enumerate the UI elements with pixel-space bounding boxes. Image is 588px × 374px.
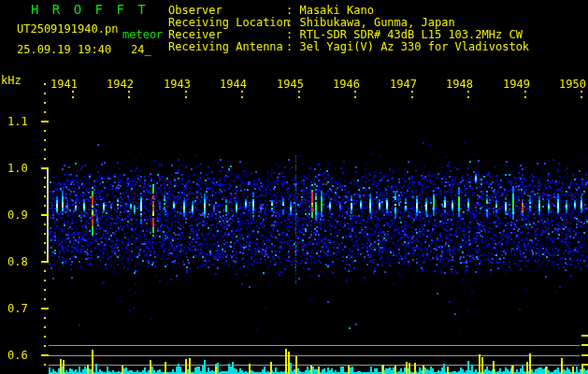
freq-tick-label: 1.0 [7, 163, 28, 175]
freq-minor-tick [44, 186, 46, 188]
freq-major-tick [41, 354, 49, 356]
freq-major-tick [41, 167, 49, 169]
hrofft-screen: H R O F F T UT2509191940.pn meteor 25.09… [0, 0, 588, 374]
datetime-label: 25.09.19 19:40 [17, 44, 111, 56]
freq-minor-tick [44, 233, 46, 235]
time-tick-mark [185, 91, 187, 93]
time-tick-mark [241, 96, 243, 98]
time-tick-mark [128, 91, 130, 93]
time-tick-mark [241, 91, 243, 93]
time-tick-mark [72, 91, 74, 93]
freq-minor-tick [44, 149, 46, 151]
time-tick-label: 1943 [164, 79, 191, 91]
freq-minor-tick [44, 102, 46, 104]
freq-major-tick [41, 261, 49, 263]
time-tick-label: 1950 [559, 79, 586, 91]
freq-tick-label: 1.1 [7, 116, 28, 128]
freq-minor-tick [44, 289, 46, 291]
time-tick-mark [185, 96, 187, 98]
freq-minor-tick [44, 158, 46, 160]
freq-minor-tick [44, 280, 46, 281]
time-tick-mark [298, 96, 300, 98]
time-tick-label: 1947 [390, 79, 417, 91]
freq-major-tick [41, 214, 49, 216]
freq-minor-tick [44, 130, 46, 132]
freq-minor-tick [44, 83, 46, 85]
time-tick-mark [581, 96, 582, 98]
freq-minor-tick [44, 326, 46, 328]
freq-minor-tick [44, 336, 46, 338]
freq-minor-tick [44, 345, 46, 347]
spectrogram-canvas [0, 0, 588, 374]
freq-minor-tick [44, 252, 46, 253]
time-tick-label: 1941 [50, 79, 78, 91]
freq-minor-tick [44, 205, 46, 207]
time-tick-label: 1946 [333, 79, 360, 91]
freq-tick-label: 0.6 [7, 350, 28, 362]
freq-minor-tick [44, 177, 46, 179]
sweep-counter: 24_ [131, 44, 151, 56]
freq-minor-tick [44, 317, 46, 319]
time-tick-label: 1944 [220, 79, 247, 91]
time-tick-mark [298, 91, 300, 93]
time-tick-mark [581, 91, 582, 93]
receiving-antenna-label: Receiving Antenna [168, 41, 283, 53]
time-tick-label: 1948 [446, 79, 473, 91]
freq-minor-tick [44, 270, 46, 272]
freq-tick-label: 0.8 [7, 256, 28, 268]
freq-major-tick [41, 308, 49, 309]
freq-minor-tick [44, 223, 46, 225]
time-tick-mark [467, 91, 469, 93]
time-tick-mark [354, 91, 356, 93]
output-filename: UT2509191940.pn [17, 23, 118, 36]
time-tick-label: 1942 [107, 79, 134, 91]
station-name: meteor [122, 29, 163, 41]
time-tick-label: 1945 [277, 79, 304, 91]
freq-minor-tick [44, 242, 46, 244]
time-tick-mark [354, 96, 356, 98]
freq-minor-tick [44, 111, 46, 113]
time-tick-mark [128, 96, 130, 98]
freq-minor-tick [44, 298, 46, 300]
time-tick-mark [524, 96, 526, 98]
app-title: H R O F F T [31, 4, 149, 16]
receiving-antenna-value: : 3el Yagi(V) Az 330 for Vladivostok [286, 41, 529, 53]
freq-minor-tick [44, 364, 46, 366]
freq-major-tick [41, 121, 49, 122]
time-tick-mark [411, 96, 413, 98]
freq-tick-label: 0.9 [7, 209, 28, 222]
freq-minor-tick [44, 195, 46, 197]
freq-tick-label: 0.7 [7, 303, 28, 315]
time-tick-label: 1949 [503, 79, 530, 91]
time-tick-mark [524, 91, 526, 93]
time-tick-mark [411, 91, 413, 93]
frequency-axis-unit: kHz [1, 75, 22, 87]
freq-minor-tick [44, 139, 46, 141]
time-tick-mark [467, 96, 469, 98]
time-tick-mark [72, 96, 74, 98]
freq-minor-tick [44, 93, 46, 94]
